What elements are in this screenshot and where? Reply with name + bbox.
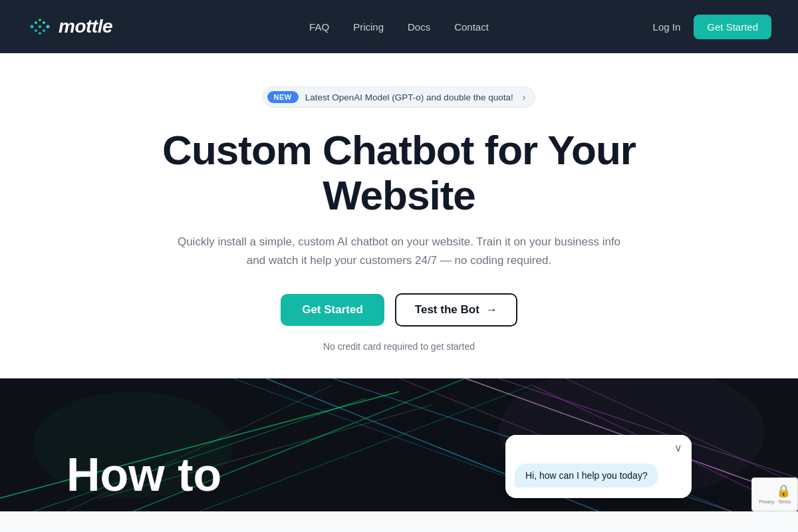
hero-section: New Latest OpenAI Model (GPT-o) and doub…	[0, 53, 798, 378]
logo-icon	[27, 13, 53, 40]
announcement-arrow-icon: ›	[523, 92, 526, 102]
chat-widget: ∨ Hi, how can I help you today?	[505, 435, 692, 498]
recaptcha-badge: 🔒 Privacy · Terms	[751, 477, 798, 511]
svg-point-6	[43, 21, 45, 24]
svg-point-5	[39, 32, 41, 35]
nav-links: FAQ Pricing Docs Contact	[309, 21, 489, 33]
demo-section: How to ∨ Hi, how can I help you today? 🔒…	[0, 378, 798, 511]
new-badge: New	[267, 91, 299, 103]
svg-point-4	[39, 25, 41, 28]
recaptcha-logo-icon: 🔒	[776, 483, 791, 498]
navbar: mottle FAQ Pricing Docs Contact Log In G…	[0, 0, 798, 53]
nav-link-docs[interactable]: Docs	[408, 21, 430, 33]
hero-buttons: Get Started Test the Bot →	[281, 293, 517, 327]
chat-close-icon[interactable]: ∨	[674, 442, 682, 454]
nav-actions: Log In Get Started	[653, 15, 771, 39]
get-started-hero-button[interactable]: Get Started	[281, 294, 384, 326]
svg-point-8	[47, 25, 50, 29]
chat-message: Hi, how can I help you today?	[515, 464, 658, 487]
recaptcha-text: Privacy · Terms	[759, 499, 791, 505]
nav-link-contact[interactable]: Contact	[454, 21, 489, 33]
svg-point-0	[31, 25, 34, 29]
svg-point-3	[39, 19, 41, 21]
test-bot-label: Test the Bot	[415, 303, 479, 317]
chat-header: ∨	[505, 435, 692, 458]
chat-body: Hi, how can I help you today?	[505, 458, 692, 498]
logo-text: mottle	[59, 16, 112, 37]
login-button[interactable]: Log In	[653, 21, 681, 33]
svg-point-7	[43, 29, 45, 32]
logo[interactable]: mottle	[27, 13, 112, 40]
nav-link-faq[interactable]: FAQ	[309, 21, 329, 33]
hero-title: Custom Chatbot for Your Website	[100, 128, 698, 218]
svg-point-1	[35, 21, 37, 24]
no-credit-text: No credit card required to get started	[323, 341, 475, 352]
svg-point-2	[35, 29, 37, 32]
test-bot-arrow-icon: →	[486, 303, 497, 317]
demo-background: How to ∨ Hi, how can I help you today? 🔒…	[0, 378, 798, 511]
test-bot-button[interactable]: Test the Bot →	[395, 293, 517, 327]
how-to-text: How to	[66, 452, 221, 498]
announcement-text: Latest OpenAI Model (GPT-o) and double t…	[305, 92, 513, 102]
nav-link-pricing[interactable]: Pricing	[353, 21, 384, 33]
hero-subtitle: Quickly install a simple, custom AI chat…	[173, 233, 625, 269]
get-started-nav-button[interactable]: Get Started	[694, 15, 771, 39]
announcement-badge[interactable]: New Latest OpenAI Model (GPT-o) and doub…	[263, 86, 536, 108]
